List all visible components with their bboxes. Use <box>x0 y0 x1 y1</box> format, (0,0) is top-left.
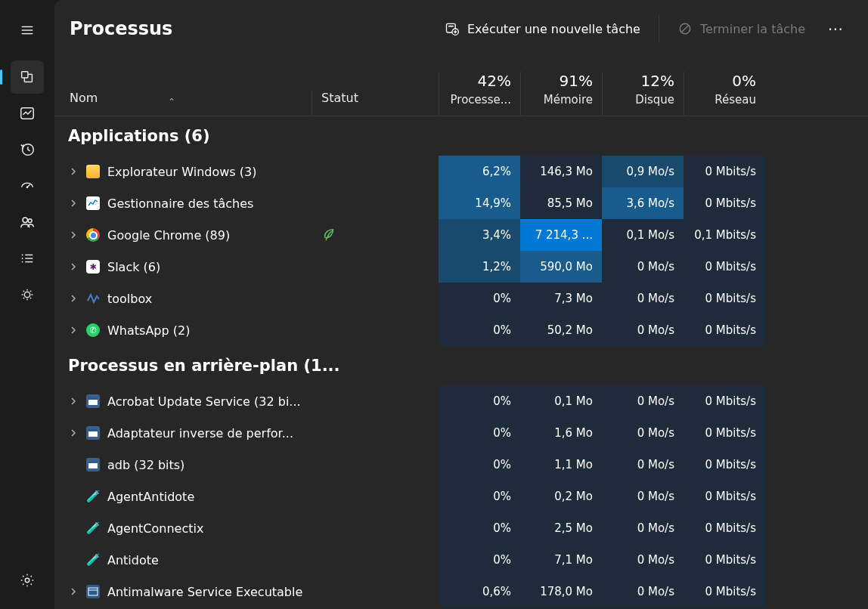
process-name: Acrobat Update Service (32 bi... <box>107 394 301 409</box>
process-row[interactable]: 🧪AgentConnectix0%2,5 Mo0 Mo/s0 Mbits/s <box>54 512 868 544</box>
expand-chevron-icon[interactable] <box>68 261 79 272</box>
eco-mode-icon <box>321 227 337 243</box>
process-row[interactable]: Antimalware Service Executable0,6%178,0 … <box>54 576 868 607</box>
expand-chevron-icon[interactable] <box>68 586 79 597</box>
extra-cell <box>765 417 868 449</box>
process-name-cell: adb (32 bits) <box>54 449 312 481</box>
extra-cell <box>765 156 868 187</box>
network-cell: 0 Mbits/s <box>684 156 765 187</box>
process-name-cell: 🧪Antidote <box>54 544 312 576</box>
process-name-cell: Adaptateur inverse de perfor... <box>54 417 312 449</box>
chrome-icon <box>86 228 100 242</box>
memory-cell: 85,5 Mo <box>520 187 602 219</box>
end-task-button: Terminer la tâche <box>668 15 814 42</box>
network-cell: 0 Mbits/s <box>684 481 765 512</box>
process-name: WhatsApp (2) <box>107 323 190 338</box>
expand-chevron-icon[interactable] <box>68 293 79 304</box>
gear-icon <box>19 572 36 589</box>
column-memory[interactable]: 91% Mémoire <box>520 72 602 116</box>
network-cell: 0,1 Mbits/s <box>684 219 765 251</box>
process-row[interactable]: Acrobat Update Service (32 bi...0%0,1 Mo… <box>54 385 868 417</box>
flask-icon: 🧪 <box>86 490 100 503</box>
nav-performance[interactable] <box>11 97 44 130</box>
process-name: toolbox <box>107 292 152 306</box>
process-row[interactable]: Adaptateur inverse de perfor...0%1,6 Mo0… <box>54 417 868 449</box>
new-task-button[interactable]: Exécuter une nouvelle tâche <box>436 15 649 42</box>
process-row[interactable]: Google Chrome (89)3,4%7 214,3 ...0,1 Mo/… <box>54 219 868 251</box>
process-name: Antimalware Service Executable <box>107 585 302 599</box>
column-disk[interactable]: 12% Disque <box>602 72 684 116</box>
process-row[interactable]: Gestionnaire des tâches14,9%85,5 Mo3,6 M… <box>54 187 868 219</box>
disk-cell: 0 Mo/s <box>602 314 684 346</box>
column-cpu[interactable]: 42% Processe... <box>439 72 520 116</box>
process-status-cell <box>312 417 439 449</box>
process-name-cell: ✱Slack (6) <box>54 251 312 283</box>
column-status[interactable]: Statut <box>312 91 439 116</box>
group-header[interactable]: Applications (6) <box>54 116 868 156</box>
expand-chevron-icon[interactable] <box>68 166 79 177</box>
column-name[interactable]: ⌃ Nom <box>54 91 312 116</box>
nav-settings[interactable] <box>11 564 44 597</box>
process-name-cell: Explorateur Windows (3) <box>54 156 312 187</box>
process-row[interactable]: ✆WhatsApp (2)0%50,2 Mo0 Mo/s0 Mbits/s <box>54 314 868 346</box>
hamburger-icon <box>19 22 36 39</box>
column-network[interactable]: 0% Réseau <box>684 72 765 116</box>
process-name: adb (32 bits) <box>107 458 184 472</box>
extra-cell <box>765 576 868 607</box>
disk-cell: 0 Mo/s <box>602 385 684 417</box>
hamburger-menu-button[interactable] <box>11 14 44 47</box>
column-status-label: Statut <box>321 91 358 105</box>
expand-chevron-icon[interactable] <box>68 198 79 209</box>
process-row[interactable]: 🧪AgentAntidote0%0,2 Mo0 Mo/s0 Mbits/s <box>54 481 868 512</box>
process-name-cell: 🧪AgentAntidote <box>54 481 312 512</box>
process-name-cell: Antimalware Service Executable <box>54 576 312 607</box>
startup-icon <box>19 178 36 194</box>
new-task-label: Exécuter une nouvelle tâche <box>467 22 640 36</box>
topbar: Processus Exécuter une nouvelle tâche Te… <box>54 0 868 57</box>
cpu-cell: 0% <box>439 481 520 512</box>
nav-processes[interactable] <box>11 60 44 94</box>
performance-icon <box>19 105 36 122</box>
network-cell: 0 Mbits/s <box>684 385 765 417</box>
nav-services[interactable] <box>11 278 44 311</box>
group-header[interactable]: Processus en arrière-plan (1... <box>54 346 868 385</box>
expand-chevron-icon[interactable] <box>68 230 79 240</box>
disk-cell: 0 Mo/s <box>602 576 684 607</box>
cpu-cell: 0% <box>439 449 520 481</box>
expand-chevron-icon[interactable] <box>68 325 79 335</box>
memory-cell: 1,6 Mo <box>520 417 602 449</box>
generic-app-icon <box>86 426 100 440</box>
process-row[interactable]: 🧪Antidote0%7,1 Mo0 Mo/s0 Mbits/s <box>54 544 868 576</box>
process-status-cell <box>312 219 439 251</box>
process-name: AgentConnectix <box>107 521 203 536</box>
group-title: Applications (6) <box>68 127 452 145</box>
cpu-cell: 0% <box>439 314 520 346</box>
services-icon <box>19 286 36 303</box>
nav-history[interactable] <box>11 133 44 166</box>
process-row[interactable]: adb (32 bits)0%1,1 Mo0 Mo/s0 Mbits/s <box>54 449 868 481</box>
svg-rect-30 <box>88 397 98 400</box>
expand-chevron-icon[interactable] <box>68 396 79 407</box>
network-cell: 0 Mbits/s <box>684 544 765 576</box>
network-column-label: Réseau <box>715 93 756 107</box>
process-row[interactable]: Explorateur Windows (3)6,2%146,3 Mo0,9 M… <box>54 156 868 187</box>
svg-rect-23 <box>448 26 454 27</box>
process-row[interactable]: ✱Slack (6)1,2%590,0 Mo0 Mo/s0 Mbits/s <box>54 251 868 283</box>
process-name-cell: ✆WhatsApp (2) <box>54 314 312 346</box>
expand-chevron-icon[interactable] <box>68 428 79 438</box>
network-cell: 0 Mbits/s <box>684 187 765 219</box>
memory-cell: 178,0 Mo <box>520 576 602 607</box>
process-row[interactable]: toolbox0%7,3 Mo0 Mo/s0 Mbits/s <box>54 283 868 314</box>
memory-cell: 0,2 Mo <box>520 481 602 512</box>
process-table[interactable]: ⌃ Nom Statut 42% Processe... 91% Mémoire… <box>54 57 868 609</box>
cpu-usage-percent: 42% <box>478 72 511 90</box>
memory-column-label: Mémoire <box>544 93 593 107</box>
nav-startup[interactable] <box>11 169 44 202</box>
svg-rect-3 <box>22 72 28 78</box>
nav-details[interactable] <box>11 242 44 275</box>
process-name-cell: Acrobat Update Service (32 bi... <box>54 385 312 417</box>
nav-users[interactable] <box>11 206 44 239</box>
folder-icon <box>86 165 100 178</box>
process-name: Gestionnaire des tâches <box>107 196 253 211</box>
more-button[interactable]: ⋯ <box>820 14 853 44</box>
